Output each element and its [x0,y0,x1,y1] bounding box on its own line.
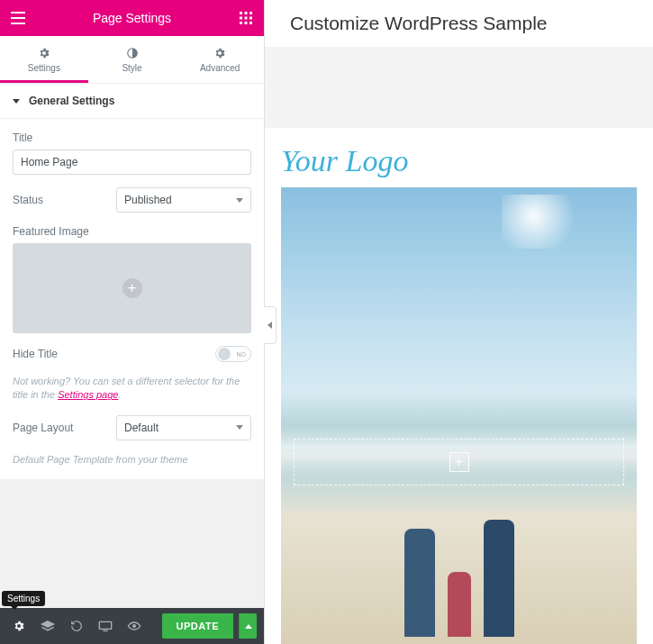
contrast-icon [88,45,177,61]
editor-panel: Page Settings Settings Style Advanced [0,0,265,644]
select-value: Published [124,194,172,206]
chevron-down-icon [13,99,20,104]
svg-rect-7 [244,22,247,24]
tab-label: Style [88,63,177,73]
svg-rect-8 [249,22,252,24]
general-settings-section: General Settings Title Status Published … [0,84,264,479]
responsive-icon[interactable] [94,614,117,638]
update-button[interactable]: UPDATE [162,613,233,639]
field-label: Hide Title [13,348,58,360]
preview-gap [265,47,653,128]
hide-title-hint: Not working? You can set a different sel… [13,375,251,403]
person-silhouette [448,572,471,637]
chevron-down-icon [236,198,243,203]
hide-title-toggle[interactable]: NO [215,346,251,362]
plus-icon: + [449,452,469,472]
gear-icon[interactable] [7,614,31,638]
page-title: Customize WordPress Sample [265,0,653,47]
title-input[interactable] [13,150,251,175]
svg-rect-2 [249,12,252,14]
page-layout-select[interactable]: Default [116,415,251,440]
title-field: Title [13,132,251,175]
person-silhouette [484,520,514,637]
hero-image: + [281,187,637,644]
preview-area: Customize WordPress Sample Your Logo + [265,0,653,644]
page-layout-field: Page Layout Default [13,415,251,440]
select-value: Default [124,422,159,434]
tab-label: Settings [0,63,88,73]
apps-icon[interactable] [237,9,255,27]
svg-rect-3 [240,17,242,20]
chevron-down-icon [236,425,243,430]
featured-image-field: Featured Image + [13,225,251,333]
logo: Your Logo [281,144,637,178]
field-label: Status [13,194,43,206]
section-title: General Settings [29,95,114,107]
chevron-up-icon [245,624,252,629]
svg-rect-5 [249,17,252,20]
gear-icon [0,45,88,61]
person-silhouette [404,529,435,637]
status-field: Status Published [13,187,251,213]
svg-rect-4 [244,17,247,20]
field-label: Page Layout [13,422,73,434]
tab-advanced[interactable]: Advanced [176,36,264,83]
collapse-panel-handle[interactable] [264,306,277,344]
settings-page-link[interactable]: Settings page [58,389,118,400]
svg-rect-1 [244,12,247,14]
tab-style[interactable]: Style [88,36,177,83]
panel-footer: UPDATE [0,608,264,644]
update-options-button[interactable] [239,613,257,639]
sun-glare [502,195,583,249]
featured-image-upload[interactable]: + [13,243,251,333]
svg-rect-0 [240,12,242,14]
menu-icon[interactable] [9,9,27,27]
tab-settings[interactable]: Settings [0,36,88,83]
history-icon[interactable] [65,614,88,638]
tab-label: Advanced [176,63,264,73]
panel-filler [0,479,264,608]
panel-tabs: Settings Style Advanced [0,36,264,84]
hide-title-field: Hide Title NO [13,346,251,362]
template-hint: Default Page Template from your theme [13,453,251,467]
gear-icon [176,45,264,61]
status-select[interactable]: Published [116,187,251,213]
section-body: Title Status Published Featured Image + … [0,119,264,479]
svg-rect-6 [240,22,242,24]
family-silhouette [404,520,514,637]
section-dropzone[interactable]: + [294,439,624,485]
panel-title: Page Settings [93,11,171,25]
panel-header: Page Settings [0,0,264,36]
layers-icon[interactable] [36,614,59,638]
plus-icon: + [122,278,142,298]
settings-tooltip: Settings [2,591,45,606]
field-label: Title [13,132,251,144]
toggle-off-label: NO [237,351,247,358]
preview-body: Your Logo + [265,128,653,644]
preview-icon[interactable] [122,614,146,638]
toggle-knob [218,348,231,360]
svg-point-11 [133,625,136,628]
chevron-left-icon [268,322,272,329]
section-header[interactable]: General Settings [0,84,264,119]
field-label: Featured Image [13,225,251,238]
svg-rect-10 [99,621,111,629]
